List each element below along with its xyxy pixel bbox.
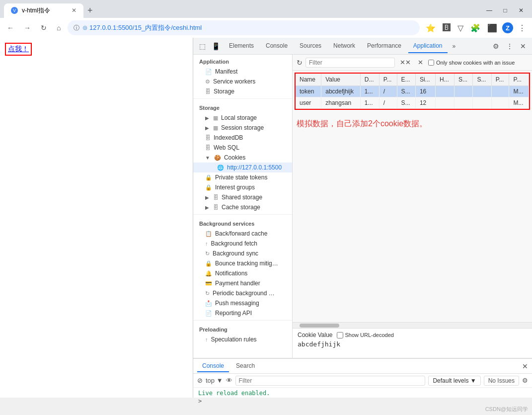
periodic-sync-icon: ↻ xyxy=(205,290,210,297)
console-eye-icon[interactable]: 👁 xyxy=(226,377,232,384)
clear-filter-icon[interactable]: ✕✕ xyxy=(398,58,413,67)
sidebar-item-indexeddb[interactable]: 🗄 IndexedDB xyxy=(193,133,292,143)
only-issues-label[interactable]: Only show cookies with an issue xyxy=(428,60,515,66)
col-samesite[interactable]: S... xyxy=(473,74,491,86)
table-row[interactable]: token abcdefjhijk 1... / S... 16 xyxy=(296,86,529,97)
sidebar-item-cache-storage[interactable]: ▶ 🗄 Cache storage xyxy=(193,202,292,212)
devtools-more-icon[interactable]: ⋮ xyxy=(504,40,515,52)
delete-cookies-icon[interactable]: ✕ xyxy=(416,58,425,67)
sidebar-item-periodic-bg-sync[interactable]: ↻ Periodic background sync... xyxy=(193,288,292,298)
speculation-label: Speculation rules xyxy=(211,336,257,343)
home-button[interactable]: ⌂ xyxy=(54,22,64,34)
active-tab[interactable]: V v-html指令 ✕ xyxy=(4,3,83,18)
profile-icon[interactable]: ⬛ xyxy=(485,21,499,35)
sidebar-item-cookies-url[interactable]: 🌐 http://127.0.0.1:5500 xyxy=(193,163,292,172)
sidebar-item-payment-handler[interactable]: 💳 Payment handler xyxy=(193,278,292,288)
console-filter-input[interactable] xyxy=(235,376,426,386)
divider-2 xyxy=(193,214,292,215)
sidebar-item-service-workers[interactable]: ⚙ Service workers xyxy=(193,77,292,86)
col-expires[interactable]: E... xyxy=(397,74,415,86)
console-tab-console[interactable]: Console xyxy=(197,360,229,372)
show-url-decoded-label[interactable]: Show URL-decoded xyxy=(337,332,394,338)
maximize-button[interactable]: □ xyxy=(498,5,512,15)
extensions-icon[interactable]: 🧩 xyxy=(468,21,482,35)
col-path[interactable]: P... xyxy=(379,74,397,86)
sidebar-item-session-storage[interactable]: ▶ ▦ Session storage xyxy=(193,123,292,133)
cookies-expand-icon: ▼ xyxy=(205,155,210,161)
sidebar-item-web-sql[interactable]: 🗄 Web SQL xyxy=(193,143,292,153)
cookie-expires: S... xyxy=(397,97,415,109)
menu-icon[interactable]: ⋮ xyxy=(516,21,528,35)
only-issues-checkbox[interactable] xyxy=(428,60,434,66)
back-button[interactable]: ← xyxy=(4,22,17,34)
tab-sources[interactable]: Sources xyxy=(295,39,326,53)
console-settings-icon[interactable]: ⚙ xyxy=(522,377,528,384)
sidebar-item-private-state-tokens[interactable]: 🔒 Private state tokens xyxy=(193,172,292,182)
sidebar-item-back-forward-cache[interactable]: 📋 Back/forward cache xyxy=(193,229,292,239)
sidebar-item-manifest[interactable]: 📄 Manifest xyxy=(193,67,292,77)
col-httponly[interactable]: H... xyxy=(436,74,455,86)
console-tab-search[interactable]: Search xyxy=(231,360,260,372)
sidebar-item-notifications[interactable]: 🔔 Notifications xyxy=(193,268,292,278)
console-block-icon[interactable]: ⊘ xyxy=(197,377,203,384)
sidebar-item-local-storage[interactable]: ▶ ▦ Local storage xyxy=(193,113,292,123)
extension-translate-icon[interactable]: 🅱 xyxy=(441,21,453,34)
console-prompt[interactable]: > xyxy=(198,397,527,406)
sidebar-item-shared-storage[interactable]: ▶ 🗄 Shared storage xyxy=(193,192,292,202)
cookie-priority xyxy=(491,86,509,97)
tab-application[interactable]: Application xyxy=(408,39,448,53)
cookie-highlight-box: Name Value D... P... E... Si... H... S..… xyxy=(295,73,530,110)
device-toolbar-icon[interactable]: 📱 xyxy=(210,40,222,52)
sidebar-item-background-fetch[interactable]: ↑ Background fetch xyxy=(193,239,292,249)
horizontal-scrollbar[interactable] xyxy=(293,322,532,328)
reporting-icon: 📄 xyxy=(205,310,212,317)
col-partition[interactable]: P... xyxy=(509,74,529,86)
tab-performance[interactable]: Performance xyxy=(362,39,406,53)
col-size[interactable]: Si... xyxy=(415,74,435,86)
tab-elements[interactable]: Elements xyxy=(224,39,259,53)
new-tab-button[interactable]: + xyxy=(84,5,96,16)
col-domain[interactable]: D... xyxy=(360,74,379,86)
url-box[interactable]: ⓘ ⊙ 127.0.0.1:5500/15_内置指令/ceshi.html xyxy=(68,20,420,35)
console-close-button[interactable]: ✕ xyxy=(522,362,528,370)
cookies-label: Cookies xyxy=(224,154,245,161)
console-default-levels[interactable]: Default levels ▼ xyxy=(428,376,480,386)
sidebar-item-background-sync[interactable]: ↻ Background sync xyxy=(193,249,292,258)
forward-button[interactable]: → xyxy=(21,22,34,34)
tab-network[interactable]: Network xyxy=(328,39,360,53)
close-window-button[interactable]: ✕ xyxy=(514,5,528,15)
bookmark-icon[interactable]: ⭐ xyxy=(424,21,438,35)
sidebar-item-cookies[interactable]: ▼ 🍪 Cookies xyxy=(193,153,292,163)
inspect-element-icon[interactable]: ⬚ xyxy=(197,40,208,52)
sidebar-item-interest-groups[interactable]: 🔒 Interest groups xyxy=(193,182,292,192)
tab-console[interactable]: Console xyxy=(261,39,293,53)
minimize-button[interactable]: — xyxy=(482,5,496,15)
console-body: Live reload enabled. > xyxy=(193,388,532,408)
reload-button[interactable]: ↻ xyxy=(38,22,50,34)
tab-close-button[interactable]: ✕ xyxy=(72,7,76,14)
scroll-thumb[interactable] xyxy=(300,324,339,328)
col-name[interactable]: Name xyxy=(296,74,321,86)
sidebar-item-speculation-rules[interactable]: ↑ Speculation rules xyxy=(193,334,292,344)
more-tabs-button[interactable]: » xyxy=(450,40,459,53)
devtools-settings-icon[interactable]: ⚙ xyxy=(491,40,501,52)
cookie-filter-input[interactable] xyxy=(305,58,395,68)
console-tab-bar: Console Search ✕ xyxy=(193,359,532,374)
account-icon[interactable]: Z xyxy=(502,22,513,33)
sidebar-item-push-messaging[interactable]: 📩 Push messaging xyxy=(193,298,292,308)
col-priority[interactable]: P... xyxy=(491,74,509,86)
show-url-decoded-checkbox[interactable] xyxy=(337,332,343,338)
col-value[interactable]: Value xyxy=(321,74,361,86)
devtools-close-icon[interactable]: ✕ xyxy=(518,40,528,52)
extension-vue-icon[interactable]: ▽ xyxy=(456,21,465,35)
sidebar-item-bounce-tracking[interactable]: 🔒 Bounce tracking mitigatio... xyxy=(193,258,292,268)
refresh-cookies-icon[interactable]: ↻ xyxy=(297,59,303,67)
web-sql-label: Web SQL xyxy=(214,144,239,151)
col-secure[interactable]: S... xyxy=(455,74,473,86)
table-row[interactable]: user zhangsan 1... / S... 12 xyxy=(296,97,529,109)
console-level-selector[interactable]: top ▼ xyxy=(206,377,223,384)
shared-storage-label: Shared storage xyxy=(222,194,262,201)
click-link[interactable]: 点我！ xyxy=(5,43,32,56)
sidebar-item-storage[interactable]: 🗄 Storage xyxy=(193,86,292,96)
sidebar-item-reporting-api[interactable]: 📄 Reporting API xyxy=(193,308,292,318)
